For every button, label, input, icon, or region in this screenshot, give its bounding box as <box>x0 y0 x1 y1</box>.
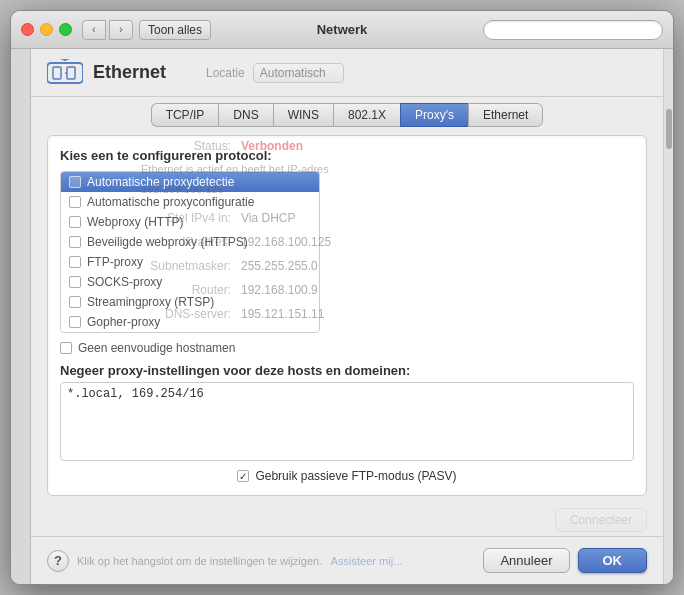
scrollbar-thumb[interactable] <box>666 109 672 149</box>
gopher-label: Gopher-proxy <box>87 315 160 329</box>
svg-rect-1 <box>53 67 61 79</box>
page-title: Ethernet <box>93 62 166 83</box>
footer-left: ? <box>47 550 69 572</box>
connect-button[interactable]: Connecteer <box>555 508 647 532</box>
no-simple-hostname-row: Geen eenvoudige hostnamen <box>60 341 634 355</box>
bypass-section-label: Negeer proxy-instellingen voor deze host… <box>60 363 634 378</box>
pasv-label: Gebruik passieve FTP-modus (PASV) <box>255 469 456 483</box>
minimize-button[interactable] <box>40 23 53 36</box>
tab-proxies[interactable]: Proxy's <box>400 103 468 127</box>
maximize-button[interactable] <box>59 23 72 36</box>
tab-ethernet[interactable]: Ethernet <box>468 103 543 127</box>
close-button[interactable] <box>21 23 34 36</box>
footer: ? Klik op het hangslot om de instellinge… <box>31 536 663 584</box>
no-simple-hostname-label: Geen eenvoudige hostnamen <box>78 341 235 355</box>
ok-button[interactable]: OK <box>578 548 648 573</box>
location-label: Locatie <box>206 66 245 80</box>
streaming-checkbox[interactable] <box>69 296 81 308</box>
protocol-item-webproxy[interactable]: Webproxy (HTTP) <box>61 212 319 232</box>
pasv-row: ✓ Gebruik passieve FTP-modus (PASV) <box>60 469 634 483</box>
show-all-button[interactable]: Toon alles <box>139 20 211 40</box>
footer-status-text: Klik op het hangslot om de instellingen … <box>77 555 322 567</box>
main-content: Ethernet Locatie Automatisch TCP/IP DNS … <box>31 49 663 584</box>
no-simple-hostname-checkbox[interactable] <box>60 342 72 354</box>
secure-webproxy-label: Beveiligde webproxy (HTTPS) <box>87 235 248 249</box>
ftp-checkbox[interactable] <box>69 256 81 268</box>
sidebar <box>11 49 31 584</box>
window-title: Netwerk <box>317 22 368 37</box>
bypass-hosts-textarea[interactable]: *.local, 169.254/16 <box>60 382 634 461</box>
protocol-section-title: Kies een te configureren protocol: <box>60 148 634 163</box>
webproxy-label: Webproxy (HTTP) <box>87 215 183 229</box>
tab-bar: TCP/IP DNS WINS 802.1X Proxy's Ethernet <box>31 97 663 127</box>
auto-detect-checkbox[interactable] <box>69 176 81 188</box>
location-select[interactable]: Automatisch <box>253 63 344 83</box>
secure-webproxy-checkbox[interactable] <box>69 236 81 248</box>
webproxy-checkbox[interactable] <box>69 216 81 228</box>
gopher-checkbox[interactable] <box>69 316 81 328</box>
titlebar-controls: ‹ › <box>82 20 133 40</box>
tab-dns[interactable]: DNS <box>218 103 272 127</box>
protocol-item-ftp[interactable]: FTP-proxy <box>61 252 319 272</box>
footer-status: Klik op het hangslot om de instellingen … <box>77 555 402 567</box>
connect-area: Connecteer <box>31 504 663 536</box>
protocol-item-auto-detect[interactable]: Automatische proxydetectie <box>61 172 319 192</box>
traffic-lights <box>21 23 72 36</box>
protocol-item-gopher[interactable]: Gopher-proxy <box>61 312 319 332</box>
auto-detect-label: Automatische proxydetectie <box>87 175 234 189</box>
tab-8021x[interactable]: 802.1X <box>333 103 400 127</box>
ftp-label: FTP-proxy <box>87 255 143 269</box>
tab-wins[interactable]: WINS <box>273 103 333 127</box>
streaming-label: Streamingproxy (RTSP) <box>87 295 214 309</box>
help-button[interactable]: ? <box>47 550 69 572</box>
auto-config-checkbox[interactable] <box>69 196 81 208</box>
cancel-button[interactable]: Annuleer <box>483 548 569 573</box>
footer-right: Annuleer OK <box>483 548 647 573</box>
back-button[interactable]: ‹ <box>82 20 106 40</box>
protocol-item-streaming[interactable]: Streamingproxy (RTSP) <box>61 292 319 312</box>
assist-link[interactable]: Assisteer mij... <box>331 555 403 567</box>
section-header: Ethernet Locatie Automatisch <box>31 49 663 97</box>
right-scrollbar <box>663 49 673 584</box>
protocol-item-auto-config[interactable]: Automatische proxyconfiguratie <box>61 192 319 212</box>
socks-label: SOCKS-proxy <box>87 275 162 289</box>
main-window: ‹ › Toon alles Netwerk <box>10 10 674 585</box>
protocol-item-socks[interactable]: SOCKS-proxy <box>61 272 319 292</box>
auto-config-label: Automatische proxyconfiguratie <box>87 195 254 209</box>
section-icon <box>47 59 83 87</box>
tab-tcpip[interactable]: TCP/IP <box>151 103 219 127</box>
protocol-list: Automatische proxydetectie Automatische … <box>60 171 320 333</box>
proxies-panel: Kies een te configureren protocol: Autom… <box>47 135 647 496</box>
socks-checkbox[interactable] <box>69 276 81 288</box>
search-input[interactable] <box>483 20 663 40</box>
svg-rect-2 <box>67 67 75 79</box>
content-area: Ethernet Locatie Automatisch TCP/IP DNS … <box>11 49 673 584</box>
protocol-item-secure-webproxy[interactable]: Beveiligde webproxy (HTTPS) <box>61 232 319 252</box>
pasv-checkbox[interactable]: ✓ <box>237 470 249 482</box>
titlebar: ‹ › Toon alles Netwerk <box>11 11 673 49</box>
forward-button[interactable]: › <box>109 20 133 40</box>
